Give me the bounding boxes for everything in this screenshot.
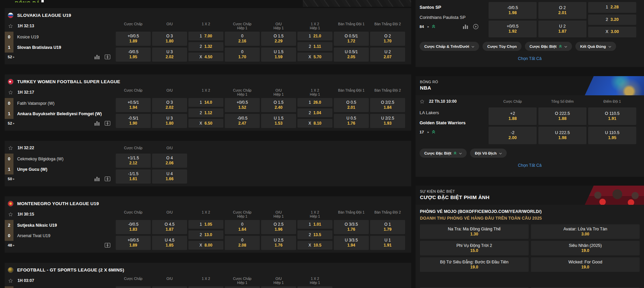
odds-cell[interactable]: -1/1.51.61 xyxy=(116,169,151,184)
league-title[interactable]: TURKEY WOMEN FOOTBALL SUPER LEAGUE xyxy=(17,79,120,84)
odds-cell[interactable]: O 2/2.51.84 xyxy=(370,98,405,112)
odds-cell[interactable]: U 2.51.76 xyxy=(261,236,296,250)
league-title[interactable]: SLOVAKIA LEAGUE U19 xyxy=(17,13,71,18)
odds-cell[interactable]: 21.11 xyxy=(297,42,332,51)
odds-cell[interactable]: 11.01 xyxy=(297,220,332,229)
filter-pill[interactable]: Cược Chấp & Trên/Dưới xyxy=(420,42,479,51)
odds-cell[interactable]: -0/0.52.47 xyxy=(225,114,260,128)
odds-cell[interactable]: +0/0.51.89 xyxy=(116,236,151,250)
odds-cell[interactable]: U 21.87 xyxy=(538,21,586,37)
odds-cell[interactable]: O 0.5/11.72 xyxy=(334,32,369,46)
odds-cell[interactable]: O 22.01 xyxy=(538,2,586,19)
odds-cell[interactable]: U 1.51.53 xyxy=(261,114,296,128)
movie-bet-cell[interactable]: Na Tra: Ma Đồng Giáng Thế1.30 xyxy=(420,224,529,239)
odds-cell[interactable]: -0/0.51.83 xyxy=(116,220,151,234)
select-all-link[interactable]: Chọn Tất Cả xyxy=(416,56,644,61)
odds-cell[interactable]: +0/0.5 xyxy=(116,286,151,288)
odds-cell[interactable]: 114.0 xyxy=(188,98,223,107)
odds-cell[interactable]: +0/0.51.52 xyxy=(225,98,260,112)
odds-cell[interactable]: -0.5/11.90 xyxy=(116,114,151,128)
odds-cell[interactable]: O 2/2.5 xyxy=(261,286,296,288)
odds-cell[interactable]: 11.36 xyxy=(297,286,332,288)
select-all-link[interactable]: Chọn Tất Cả xyxy=(416,163,644,168)
odds-cell[interactable]: O 4.5 xyxy=(152,286,187,288)
odds-cell[interactable]: X6.50 xyxy=(188,119,223,128)
odds-cell[interactable]: 21.12 xyxy=(188,108,223,117)
bar-chart-icon[interactable] xyxy=(95,55,100,59)
more-markets-row[interactable]: 50▸ xyxy=(5,174,116,183)
odds-cell[interactable]: U 0.51.76 xyxy=(334,114,369,128)
odds-cell[interactable]: 01.70 xyxy=(225,47,260,62)
more-markets-row[interactable]: 48▸ xyxy=(5,241,116,250)
odds-cell[interactable]: O 4.51.87 xyxy=(152,220,187,234)
odds-cell[interactable]: -22.00 xyxy=(489,127,537,144)
odds-cell[interactable]: +1/1.52.12 xyxy=(116,154,151,168)
filter-pill[interactable]: Cược Đặc Biệt xyxy=(525,42,572,51)
odds-cell[interactable]: O 21.70 xyxy=(370,32,405,46)
bar-chart-icon[interactable] xyxy=(95,177,100,181)
odds-cell[interactable]: +0.5/11.94 xyxy=(116,98,151,112)
odds-cell[interactable]: U 31.80 xyxy=(152,114,187,128)
favorite-star-icon[interactable] xyxy=(8,278,13,283)
odds-cell[interactable]: O 11.79 xyxy=(370,220,405,234)
odds-cell[interactable]: O 110.51.91 xyxy=(588,107,636,125)
odds-cell[interactable]: 01.64 xyxy=(225,220,260,234)
pitch-icon[interactable] xyxy=(105,55,110,59)
odds-cell[interactable]: U 22.07 xyxy=(370,47,405,62)
odds-cell[interactable]: X8.10 xyxy=(297,119,332,128)
odds-cell[interactable]: U 1.51.59 xyxy=(261,47,296,62)
odds-cell[interactable]: 213.0 xyxy=(188,230,223,239)
movie-bet-cell[interactable]: Phi Vụ Động Trời 215.0 xyxy=(420,241,529,255)
odds-cell[interactable]: U 0.5/12.05 xyxy=(334,47,369,62)
sport-tab-label[interactable]: BÓNG ĐÁ xyxy=(15,0,40,2)
filter-pill[interactable]: Cược Đặc Biệt xyxy=(420,149,467,158)
odds-cell[interactable]: -0/0.51.98 xyxy=(489,2,537,19)
odds-cell[interactable]: 0 xyxy=(225,286,260,288)
odds-cell[interactable]: O 32.02 xyxy=(152,98,187,112)
odds-cell[interactable]: 02.16 xyxy=(225,32,260,46)
odds-cell[interactable]: O 1.52.40 xyxy=(261,98,296,112)
odds-cell[interactable]: X4.50 xyxy=(188,53,223,61)
league-title[interactable]: EFOOTBALL - GT SPORTS LEAGUE (2 X 6MINS) xyxy=(17,267,124,273)
bar-chart-icon[interactable] xyxy=(463,24,468,29)
favorite-star-icon[interactable] xyxy=(8,24,13,29)
odds-cell[interactable]: O 42.06 xyxy=(152,154,187,168)
filter-pill[interactable]: Đội Vô Địch xyxy=(470,149,507,158)
odds-cell[interactable]: X10.5 xyxy=(297,241,332,250)
odds-cell[interactable]: 21.04 xyxy=(297,108,332,117)
pitch-icon[interactable] xyxy=(105,121,110,126)
odds-cell[interactable]: O 222.51.88 xyxy=(538,107,586,125)
odds-cell[interactable]: 17.00 xyxy=(188,32,223,40)
bar-chart-icon[interactable] xyxy=(95,121,100,126)
odds-cell[interactable]: 21.32 xyxy=(188,42,223,51)
odds-cell[interactable]: O 2.51.96 xyxy=(261,220,296,234)
odds-cell[interactable]: 12.28 xyxy=(588,2,636,13)
odds-cell[interactable]: +0/0.51.92 xyxy=(489,21,537,37)
odds-cell[interactable]: 121.0 xyxy=(297,32,332,40)
odds-cell[interactable]: +21.88 xyxy=(489,107,537,125)
odds-cell[interactable]: U 32.02 xyxy=(152,47,187,62)
more-markets-row[interactable]: 84▸ xyxy=(420,22,489,31)
odds-cell[interactable]: 23.20 xyxy=(588,14,636,25)
odds-cell[interactable]: X5.70 xyxy=(297,53,332,61)
odds-cell[interactable]: O 31.80 xyxy=(152,32,187,46)
odds-cell[interactable]: U 11.91 xyxy=(370,236,405,250)
movie-bet-cell[interactable]: Avatar: Lửa Và Tro Tàn3.00 xyxy=(531,224,640,239)
more-markets-row[interactable]: 52▸ xyxy=(5,53,116,61)
more-markets-row[interactable]: 52▸ xyxy=(5,119,116,128)
favorite-star-icon[interactable] xyxy=(420,99,425,104)
play-icon[interactable] xyxy=(473,24,478,29)
odds-cell[interactable]: 02.08 xyxy=(225,236,260,250)
odds-cell[interactable]: -0/0.51.95 xyxy=(116,47,151,62)
movie-bet-cell[interactable]: Bộ Tứ Siêu Đẳng: Bước Đi Đầu Tiên19.0 xyxy=(420,257,529,272)
odds-cell[interactable]: X8.00 xyxy=(188,241,223,250)
favorite-star-icon[interactable] xyxy=(8,212,13,217)
odds-cell[interactable]: U 4.51.85 xyxy=(152,236,187,250)
favorite-star-icon[interactable] xyxy=(8,146,13,151)
league-title[interactable]: MONTENEGRO YOUTH LEAGUE U19 xyxy=(17,201,99,206)
odds-cell[interactable]: 213.5 xyxy=(297,230,332,239)
filter-pill[interactable]: Kết Quả Đúng xyxy=(575,42,616,51)
odds-cell[interactable]: O 3/3.51.76 xyxy=(334,220,369,234)
odds-cell[interactable]: U 110.51.95 xyxy=(588,127,636,144)
pitch-icon[interactable] xyxy=(105,243,110,248)
